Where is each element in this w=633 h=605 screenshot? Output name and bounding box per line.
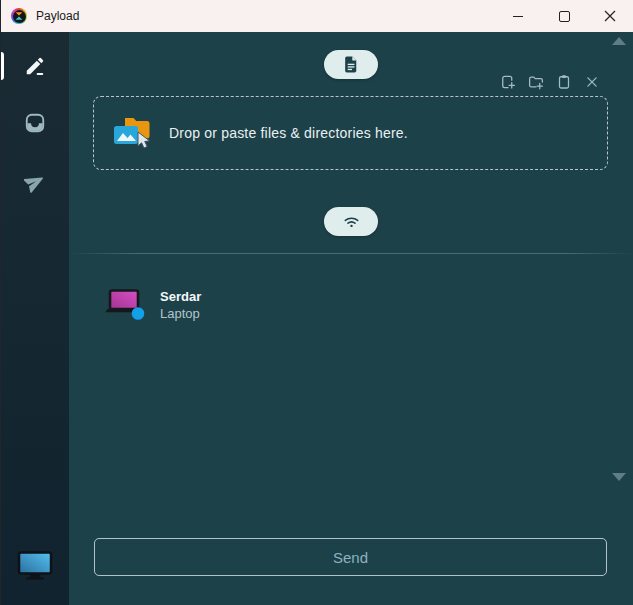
paper-plane-icon <box>24 171 46 193</box>
clipboard-paste-icon <box>555 73 573 91</box>
inbox-device-icon <box>24 112 46 134</box>
sidebar-item-devices[interactable] <box>1 105 69 141</box>
main-panel: Drop or paste files & directories here. <box>69 32 633 605</box>
add-file-button[interactable] <box>499 73 517 91</box>
monitor-icon <box>17 551 53 581</box>
sidebar-item-transfers[interactable] <box>1 164 69 200</box>
pencil-icon <box>24 55 46 77</box>
add-file-icon <box>499 73 517 91</box>
self-device-avatar[interactable] <box>17 551 53 581</box>
network-pill-button[interactable] <box>324 207 378 236</box>
dropzone-label: Drop or paste files & directories here. <box>169 125 408 141</box>
sidebar-item-compose[interactable] <box>1 48 69 84</box>
device-name: Serdar <box>160 288 201 305</box>
device-type: Laptop <box>160 305 201 322</box>
send-button-label: Send <box>333 549 368 566</box>
close-icon <box>604 10 616 22</box>
laptop-avatar <box>105 287 147 323</box>
add-folder-icon <box>527 73 545 91</box>
file-actions-toolbar <box>499 73 601 91</box>
document-icon <box>342 55 361 74</box>
scroll-up-arrow[interactable] <box>612 37 626 45</box>
paste-clipboard-button[interactable] <box>555 73 573 91</box>
add-folder-button[interactable] <box>527 73 545 91</box>
file-dropzone[interactable]: Drop or paste files & directories here. <box>93 96 608 170</box>
laptop-icon <box>105 287 147 323</box>
folder-image-cursor-icon <box>111 113 155 153</box>
section-divider <box>69 253 633 254</box>
device-texts: Serdar Laptop <box>160 288 201 322</box>
app-logo-icon <box>11 8 27 24</box>
minimize-icon <box>513 16 523 17</box>
device-list-item[interactable]: Serdar Laptop <box>93 280 609 330</box>
maximize-button[interactable] <box>541 0 587 32</box>
clear-files-button[interactable] <box>583 73 601 91</box>
send-button[interactable]: Send <box>94 538 607 576</box>
wifi-icon <box>342 212 361 231</box>
window-controls <box>495 0 633 32</box>
sidebar <box>1 32 69 605</box>
minimize-button[interactable] <box>495 0 541 32</box>
files-pill-button[interactable] <box>324 50 378 79</box>
close-icon <box>583 73 601 91</box>
app-window: Payload <box>0 0 633 605</box>
window-title: Payload <box>36 9 79 23</box>
close-window-button[interactable] <box>587 0 633 32</box>
maximize-icon <box>559 11 570 22</box>
title-bar: Payload <box>1 0 633 32</box>
scroll-down-arrow[interactable] <box>612 473 626 481</box>
